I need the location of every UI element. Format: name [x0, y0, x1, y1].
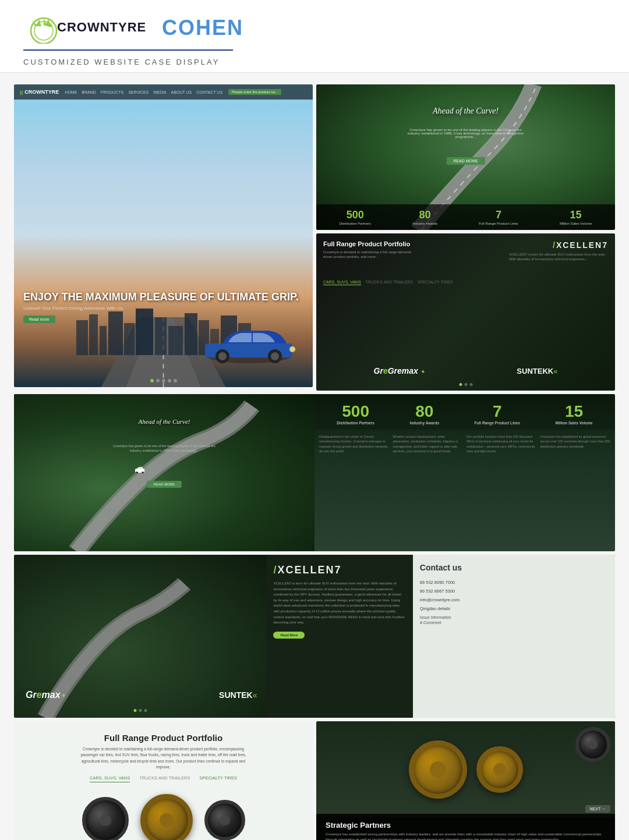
- issue-label: Issue Information: [420, 615, 608, 619]
- nav-brand[interactable]: BRAND: [82, 90, 96, 94]
- contact-panel-title: Contact us: [420, 563, 608, 572]
- small-car: [134, 465, 146, 472]
- large-tire-gold-2: [476, 746, 523, 793]
- read-more-btn[interactable]: READ MORE: [446, 157, 485, 165]
- page-subtitle: CUSTOMIZED WEBSITE CASE DISPLAY: [23, 58, 606, 66]
- hero-read-more[interactable]: Read more: [23, 316, 55, 323]
- dot-inactive-2[interactable]: [469, 383, 472, 386]
- nav-bar: (( CROWNTYRE HOME BRAND PRODUCTS SERVICE…: [14, 84, 313, 100]
- car-svg: [196, 326, 301, 367]
- tab-trucks-mini[interactable]: TRUCKS AND TRAILERS: [366, 280, 413, 285]
- stat-7: 7 Full Range Product Lines: [475, 402, 520, 425]
- aerial-description: Crowntyre has grown to be one of the lea…: [408, 128, 524, 139]
- xcellent-dots: [133, 709, 147, 712]
- portfolio-tabs-mini: CARS, SUVS, VANS TRUCKS AND TRAILERS SPE…: [323, 280, 453, 285]
- tab-specialty-mini[interactable]: SPECIALTY TIRES: [418, 280, 453, 285]
- desc-2: Whether product development, order place…: [393, 434, 464, 453]
- dot-5[interactable]: [174, 379, 177, 382]
- tab-trucks-inactive[interactable]: TRUCKS AND TRAILERS: [139, 775, 190, 782]
- full-stats-card: Ahead of the Curve! Crowntyre has grown …: [14, 394, 615, 551]
- crowntyre-logo: CROWNTYRE: [23, 12, 151, 44]
- svg-rect-11: [168, 326, 183, 355]
- tire-products-section: NEXT →: [316, 721, 615, 817]
- stat-awards: 80 Industry Awards: [412, 209, 437, 225]
- xcellent-card: Gremax✦ SUNTEK«: [14, 555, 615, 718]
- desc-1: Headquartered in the center of China's m…: [319, 434, 390, 453]
- tire-display-row: [26, 794, 301, 840]
- xcellent-desc: XCELLEN7 is born for ultimate SUV enthus…: [273, 581, 405, 626]
- suntek-on-road: SUNTEK«: [219, 690, 257, 700]
- hero-car: [196, 326, 301, 367]
- xcellent-mini: /XCELLEN7 XCELLEN7 is born for ultimate …: [509, 240, 608, 262]
- road-curve-section: Ahead of the Curve! Crowntyre has grown …: [14, 394, 314, 551]
- stats-descriptions: Headquartered in the center of China's m…: [314, 430, 615, 458]
- comment-label: A Comment: [420, 621, 608, 625]
- stat-product-lines: 7 Full Range Product Lines: [479, 209, 518, 225]
- hero-text-content: ENJOY THE MAXIMUM PLEASURE OF ULTIMATE G…: [23, 292, 303, 323]
- stats-bar: 500 Distribution Partners 80 Industry Aw…: [316, 204, 615, 230]
- svg-rect-4: [76, 320, 88, 355]
- contact-info: 86 532 8090 7000 86 532 8667 5300 info@c…: [420, 578, 608, 613]
- desc-3: Our portfolio includes more than 200 tho…: [467, 434, 537, 453]
- read-more-curve[interactable]: READ MORE: [147, 481, 182, 488]
- ahead-title: Ahead of the Curve!: [433, 107, 499, 116]
- stat-sales: 15 Million Sales Volume: [560, 209, 592, 225]
- nav-contact[interactable]: CONTACT US: [196, 90, 222, 94]
- dot-inactive-1[interactable]: [464, 383, 467, 386]
- sp-title: Strategic Partners: [326, 821, 606, 830]
- hero-subtitle: Unleash Your Perfect Driving Adventure W…: [23, 306, 303, 311]
- portfolio-main-desc: Crowntyre is devoted to maintaining a fu…: [76, 746, 251, 771]
- svg-rect-8: [124, 323, 135, 355]
- stat-15: 15 Million Sales Volume: [556, 402, 593, 425]
- dot-4[interactable]: [168, 379, 171, 382]
- tire-3-container: [204, 800, 245, 840]
- header-divider: [23, 49, 233, 51]
- svg-point-22: [271, 352, 279, 360]
- ahead-curve-text: Ahead of the Curve!: [139, 418, 190, 425]
- stat-80: 80 Industry Awards: [409, 402, 439, 425]
- large-tire-gold: [409, 740, 467, 799]
- logo-area: CROWNTYRE COHEN: [23, 12, 243, 44]
- tire-gold: [140, 794, 193, 840]
- tab-cars-mini[interactable]: CARS, SUVS, VANS: [323, 280, 361, 285]
- sp-desc: Crowntyre has established strong partner…: [326, 832, 606, 840]
- suntek-logo: SUNTEKK«: [517, 366, 557, 376]
- portfolio-inner-content: Full Range Product Portfolio Crowntyre i…: [14, 721, 313, 840]
- dot-2[interactable]: [156, 379, 160, 382]
- tire-3: [204, 800, 245, 840]
- nav-media[interactable]: MEDIA: [153, 90, 166, 94]
- portfolio-mini-title: Full Range Product Portfolio: [323, 240, 416, 247]
- xcellent-read-more[interactable]: Read More: [273, 632, 305, 639]
- svg-point-23: [289, 346, 295, 352]
- portfolio-main-title: Full Range Product Portfolio: [26, 733, 301, 743]
- nav-home[interactable]: HOME: [65, 90, 77, 94]
- brand-logos-row: GreGremax ✦ SUNTEKK«: [316, 366, 615, 376]
- nav-products[interactable]: PRODUCTS: [101, 90, 123, 94]
- small-car-svg: [134, 466, 146, 473]
- dot-1[interactable]: [150, 379, 154, 382]
- brand-logos-card: /XCELLEN7 XCELLEN7 is born for ultimate …: [316, 233, 615, 391]
- tire-2-container: [140, 794, 193, 840]
- strategic-partners-section: Strategic Partners Crowntyre has establi…: [316, 814, 615, 840]
- tab-cars-active[interactable]: CARS, SUVS, VANS: [90, 775, 130, 782]
- nav-cta[interactable]: Please enter the product na...: [228, 89, 281, 95]
- xcellent-mini-desc: XCELLEN7 is born for ultimate SUV enthus…: [509, 252, 608, 262]
- client-name: COHEN: [162, 16, 243, 40]
- xcellent-road-image: Gremax✦ SUNTEK«: [14, 555, 266, 718]
- dot-navigation: [150, 379, 177, 382]
- portfolio-main-tabs: CARS, SUVS, VANS TRUCKS AND TRAILERS SPE…: [26, 775, 301, 782]
- next-arrow[interactable]: NEXT →: [585, 805, 611, 813]
- dot-3[interactable]: [162, 379, 165, 382]
- curve-desc: Crowntyre has grown to be one of the lea…: [112, 444, 217, 453]
- xcellent-right: /XCELLEN7 XCELLEN7 is born for ultimate …: [266, 555, 615, 718]
- main-content: (( CROWNTYRE HOME BRAND PRODUCTS SERVICE…: [0, 73, 629, 840]
- dot-active-mini[interactable]: [459, 383, 462, 386]
- desc-4: Crowntyre has established its global pre…: [540, 434, 611, 453]
- tire-1-container: [82, 797, 129, 840]
- svg-rect-6: [100, 326, 107, 355]
- nav-about[interactable]: ABOUT US: [171, 90, 192, 94]
- tab-specialty-inactive[interactable]: SPECIALTY TIRES: [199, 775, 237, 782]
- nav-services[interactable]: SERVICES: [128, 90, 149, 94]
- aerial-card: Ahead of the Curve! Crowntyre has grown …: [316, 84, 615, 230]
- portfolio-mini-desc: Crowntyre is devoted to maintaining a fu…: [323, 250, 416, 260]
